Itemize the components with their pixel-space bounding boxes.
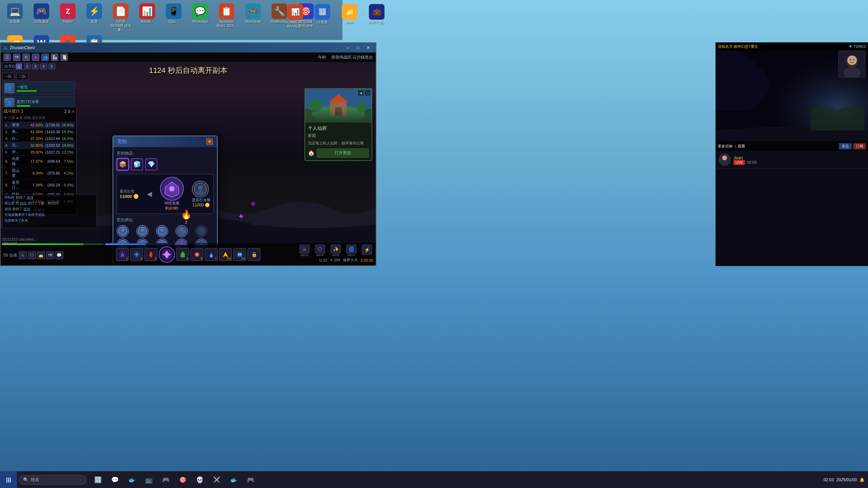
- lb-val3-3: 16.5%): [60, 137, 74, 141]
- auction-item-1[interactable]: 📦: [117, 158, 129, 170]
- bid-info-right: 是苏打水呀 11000 🪙: [192, 181, 211, 207]
- quest-icon[interactable]: 📜: [60, 54, 68, 61]
- slots-grid-row1: [117, 225, 214, 237]
- taskbar-app-bili[interactable]: 📺: [141, 472, 157, 488]
- taskbar-app-douyu-client[interactable]: 🐟: [225, 472, 242, 488]
- lb-name-7: 昆山君: [12, 168, 23, 178]
- desktop-icon-iquo[interactable]: 📱 iQuo...: [161, 3, 186, 24]
- lb-close[interactable]: ✕: [72, 109, 75, 114]
- item-name-label: 神隐鬼藏: [160, 201, 184, 206]
- tab-1[interactable]: 1: [16, 63, 22, 69]
- skill-slot-1[interactable]: 1: [116, 248, 129, 261]
- slot-4[interactable]: [176, 225, 188, 237]
- alt-skill-3[interactable]: ✨ Alt+E: [330, 245, 342, 257]
- stream-sub-btn[interactable]: 订阅: [853, 143, 866, 149]
- desktop: 💻 此电脑 🎮 UU加速器 Z Dopez ⚡ 迅雷 📄 为PDF for100…: [0, 0, 868, 488]
- lb-sort-row: ▼ 三围 ■ 直 部附-遗忘伤害: [4, 116, 75, 120]
- skill-slot-5[interactable]: 5: [176, 248, 189, 261]
- game-bottom-bar: 58 仙者 ⚔ 🛡 👝 🗺 💬: [1, 245, 376, 265]
- skill-slot-3[interactable]: 3: [144, 248, 157, 261]
- lb-val2-6: (696.54: [43, 159, 60, 163]
- alt-skill-2[interactable]: 🛡 Alt+F: [314, 245, 326, 257]
- shop-icon[interactable]: 🏪: [51, 54, 58, 61]
- skill-slot-lock[interactable]: 🔒: [248, 248, 260, 261]
- slot-2[interactable]: [136, 225, 149, 237]
- taskbar-app-game2[interactable]: 🎮: [242, 472, 259, 488]
- dopez-icon: Z: [60, 3, 76, 19]
- settings-icon[interactable]: ⚙: [22, 54, 30, 61]
- desktop-icon-whatsapp[interactable]: 💬 WhatsApp: [188, 3, 212, 24]
- taskbar-app-wechat[interactable]: 💬: [107, 472, 123, 488]
- desktop-icon-pdf[interactable]: 📄 为PDF for100W 超清素...: [108, 3, 133, 33]
- tab-3[interactable]: 3: [32, 63, 39, 69]
- action-icon-2[interactable]: 🛡: [28, 251, 36, 259]
- action-icon-5[interactable]: 💬: [55, 251, 63, 259]
- svg-point-52: [196, 253, 198, 256]
- stream-user-avatar: [718, 154, 731, 166]
- lb-row-5: 5. 伊... 29.82% (1207.21 13.2%): [4, 149, 75, 156]
- stream-user-section: Jean LIVE 02:03: [716, 151, 868, 169]
- shoes-label: 3question shoes 2024...: [215, 20, 238, 28]
- skill-slot-9[interactable]: F3: [233, 248, 246, 261]
- slot-1[interactable]: [117, 225, 129, 237]
- desktop-icon-shoes[interactable]: 📋 3question shoes 2024...: [214, 3, 239, 28]
- stream-follow-btn[interactable]: 关注: [839, 143, 852, 149]
- svg-point-21: [200, 228, 203, 232]
- action-icon-1[interactable]: ⚔: [19, 251, 27, 259]
- chat-link-2[interactable]: 祖传: [20, 201, 27, 205]
- lb-tab-2[interactable]: 2: [64, 109, 67, 114]
- desktop-icon-thunder[interactable]: ⚡ 迅雷: [82, 3, 106, 24]
- skill-slot-6[interactable]: 6: [191, 248, 203, 261]
- taskbar-app-death[interactable]: 💀: [192, 472, 208, 488]
- desktop-icon-uu[interactable]: 🎮 UU加速器: [29, 3, 54, 24]
- action-icon-4[interactable]: 🗺: [46, 251, 54, 259]
- svg-point-66: [853, 59, 854, 60]
- arrow-left[interactable]: ◀: [147, 190, 152, 198]
- seats-section-label: 竞拍席位: [117, 217, 214, 223]
- start-button[interactable]: ⊞: [0, 471, 17, 488]
- desktop-icon-computer[interactable]: 💻 此电脑: [3, 3, 27, 24]
- desktop-icon-commerce[interactable]: 📊 COMMERC... INVOICE...: [283, 3, 308, 29]
- chat-link-1[interactable]: 祖传: [27, 196, 34, 199]
- desktop-icon-adobe[interactable]: 📊 Adobe...: [135, 3, 159, 24]
- skill-slot-8[interactable]: F2: [219, 248, 232, 261]
- skills-icon[interactable]: ⚔: [32, 54, 39, 61]
- chat-sender-1: 伊利科: [4, 196, 15, 199]
- search-bar[interactable]: 🔍 搜索: [19, 475, 86, 485]
- taskbar-app-zhuxian[interactable]: ⚔️: [209, 472, 225, 488]
- chat-link-3[interactable]: 祖传: [23, 207, 30, 211]
- desktop-icon-calc[interactable]: 🔢 计算器: [310, 3, 335, 29]
- svg-point-54: [210, 256, 212, 258]
- slot-5[interactable]: [195, 225, 208, 237]
- auction-item-2[interactable]: 🧊: [131, 158, 143, 170]
- action-icon-3[interactable]: 👝: [37, 251, 45, 259]
- skill-slot-2[interactable]: 2: [130, 248, 143, 261]
- main-skill-slot[interactable]: [159, 246, 175, 263]
- viewer-count: 👁 720823: [849, 44, 866, 48]
- tab-2[interactable]: 2: [24, 63, 31, 69]
- notification-icon[interactable]: 🔔: [860, 477, 865, 482]
- dialog-close-button[interactable]: ✕: [206, 138, 213, 145]
- taskbar-app-calc[interactable]: 🔢: [90, 472, 106, 488]
- tab-5[interactable]: 5: [48, 63, 55, 69]
- party-icon[interactable]: 👥: [41, 54, 49, 61]
- taskbar-app-douyu-companion[interactable]: 🐟: [124, 472, 140, 488]
- player-level: 58 仙者: [3, 252, 17, 258]
- tab-4[interactable]: 4: [40, 63, 47, 69]
- stream-info-bar: 游戏名字·最终幻想7重生 👁 720823: [716, 42, 868, 50]
- game-level-label: lv 22: [319, 258, 327, 262]
- lb-val3-6: 7.5%): [60, 159, 74, 163]
- alt-skill-1[interactable]: ⚔ Alt+D: [298, 245, 311, 257]
- desktop-icon-dopez[interactable]: Z Dopez: [56, 3, 80, 24]
- lb-name-1: 凌浪: [12, 122, 23, 127]
- lb-tab-3[interactable]: 3: [68, 109, 70, 114]
- party-name-one: 一队: [2, 73, 14, 80]
- taskbar-app-wegame[interactable]: 🎯: [175, 472, 191, 488]
- desktop-icon-woogame[interactable]: 🎮 WooGame: [241, 3, 265, 24]
- taskbar-app-game1[interactable]: 🎮: [158, 472, 174, 488]
- map-icon[interactable]: 🗺: [13, 54, 20, 61]
- auction-item-3[interactable]: 💎: [145, 158, 157, 170]
- skill-slot-7[interactable]: 7: [205, 248, 218, 261]
- slot-3[interactable]: [156, 225, 168, 237]
- menu-icon[interactable]: ☰: [3, 54, 11, 61]
